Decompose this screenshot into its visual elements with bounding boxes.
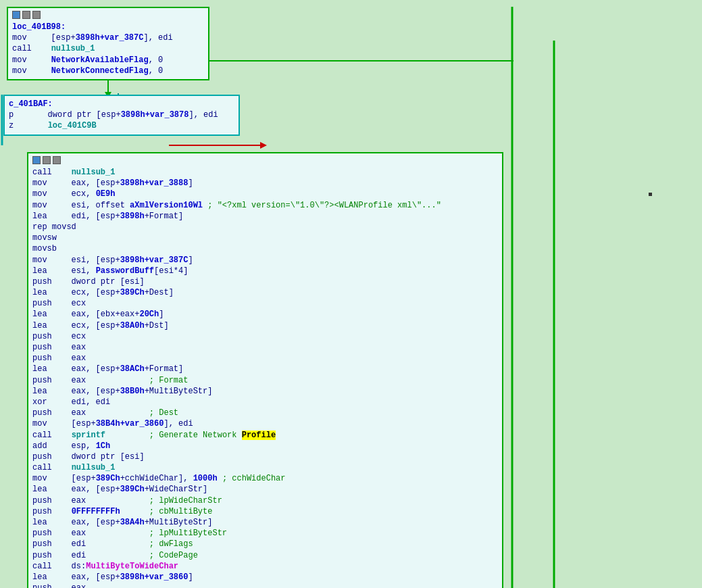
title-bar-3 bbox=[32, 156, 498, 164]
ml-mov-eax-var3888: mov eax, [esp+3898h+var_3888] bbox=[32, 178, 498, 189]
ml-call-nullsub2: call nullsub_1 bbox=[32, 462, 498, 473]
tb3-icon-1 bbox=[32, 156, 41, 164]
ml-call-nullsub: call nullsub_1 bbox=[32, 167, 498, 178]
ml-movsb: movsb bbox=[32, 243, 498, 254]
ml-lea-eax-var3860: lea eax, [esp+3898h+var_3860] bbox=[32, 572, 498, 583]
code-line-z: z loc_401C9B bbox=[9, 120, 234, 131]
ml-push-dword-esi2: push dword ptr [esi] bbox=[32, 451, 498, 462]
ml-lea-ecx-dest: lea ecx, [esp+389Ch+Dest] bbox=[32, 287, 498, 298]
ml-lea-eax-multibyte: lea eax, [esp+38B0h+MultiByteStr] bbox=[32, 386, 498, 397]
code-line-p: p dword ptr [esp+3898h+var_3878], edi bbox=[9, 109, 234, 120]
ml-lea-edi-format: lea edi, [esp+3898h+Format] bbox=[32, 211, 498, 222]
tb-icon-1 bbox=[12, 11, 20, 19]
ml-mov-cchwide: mov [esp+389Ch+cchWideChar], 1000h ; cch… bbox=[32, 473, 498, 484]
code-line-mov2: mov NetworkAvailableFlag, 0 bbox=[12, 55, 204, 66]
code-block-main: call nullsub_1 mov eax, [esp+3898h+var_3… bbox=[27, 152, 503, 588]
ml-push-dword-esi: push dword ptr [esi] bbox=[32, 276, 498, 287]
tb-icon-2 bbox=[22, 11, 30, 19]
ml-mov-esp-edi: mov [esp+38B4h+var_3860], edi bbox=[32, 418, 498, 429]
code-block-2: c_401BAF: p dword ptr [esp+3898h+var_387… bbox=[3, 95, 240, 136]
ml-lea-eax-widechar: lea eax, [esp+389Ch+WideCharStr] bbox=[32, 484, 498, 495]
ml-push-eax-format: push eax ; Format bbox=[32, 375, 498, 386]
ml-lea-eax-20ch: lea eax, [ebx+eax+20Ch] bbox=[32, 309, 498, 320]
tb3-icon-3 bbox=[53, 156, 61, 164]
ml-push-0ffff: push 0FFFFFFFFh ; cbMultiByte bbox=[32, 506, 498, 517]
code-line-mov3: mov NetworkConnectedFlag, 0 bbox=[12, 66, 204, 76]
ml-push-eax3: push eax bbox=[32, 583, 498, 588]
code-line-call1: call nullsub_1 bbox=[12, 43, 204, 54]
ml-lea-ecx-dst: lea ecx, [esp+38A0h+Dst] bbox=[32, 320, 498, 331]
ml-call-multibyte: call ds:MultiByteToWideChar bbox=[32, 561, 498, 572]
ml-rep-movsd: rep movsd bbox=[32, 222, 498, 232]
ml-xor-edi: xor edi, edi bbox=[32, 397, 498, 408]
ml-push-eax1: push eax bbox=[32, 342, 498, 353]
ml-push-ecx1: push ecx bbox=[32, 298, 498, 309]
ml-push-eax-dest: push eax ; Dest bbox=[32, 408, 498, 418]
dot-marker bbox=[649, 193, 652, 196]
ml-mov-esi-var387c: mov esi, [esp+3898h+var_387C] bbox=[32, 255, 498, 266]
ml-lea-eax-format: lea eax, [esp+38ACh+Format] bbox=[32, 364, 498, 374]
title-bar-1 bbox=[12, 11, 204, 19]
tb-icon-3 bbox=[32, 11, 41, 19]
ml-push-edi-dwflags: push edi ; dwFlags bbox=[32, 539, 498, 549]
ml-push-eax2: push eax bbox=[32, 353, 498, 364]
ml-mov-ecx-0e9h: mov ecx, 0E9h bbox=[32, 189, 498, 199]
code-block-1: loc_401B98: mov [esp+3898h+var_387C], ed… bbox=[7, 7, 209, 80]
ml-lea-eax-multi2: lea eax, [esp+38A4h+MultiByteStr] bbox=[32, 517, 498, 528]
loc-label-1: loc_401B98: bbox=[12, 22, 204, 32]
ml-mov-esi-offset: mov esi, offset aXmlVersion10Wl ; "<?xml… bbox=[32, 200, 498, 211]
ml-push-ecx2: push ecx bbox=[32, 331, 498, 342]
svg-marker-7 bbox=[260, 142, 267, 149]
ml-movsw: movsw bbox=[32, 232, 498, 243]
tb3-icon-2 bbox=[43, 156, 51, 164]
loc-label-2: c_401BAF: bbox=[9, 99, 234, 109]
ml-push-eax-lpwide: push eax ; lpWideCharStr bbox=[32, 495, 498, 506]
ml-push-edi-codepage: push edi ; CodePage bbox=[32, 550, 498, 561]
ml-lea-esi-passbuff: lea esi, PasswordBuff[esi*4] bbox=[32, 266, 498, 276]
code-line-mov1: mov [esp+3898h+var_387C], edi bbox=[12, 32, 204, 43]
ml-add-esp: add esp, 1Ch bbox=[32, 441, 498, 451]
ml-push-eax-lpmulti: push eax ; lpMultiByteStr bbox=[32, 528, 498, 539]
ml-call-sprintf: call sprintf ; Generate Network Profile bbox=[32, 430, 498, 441]
